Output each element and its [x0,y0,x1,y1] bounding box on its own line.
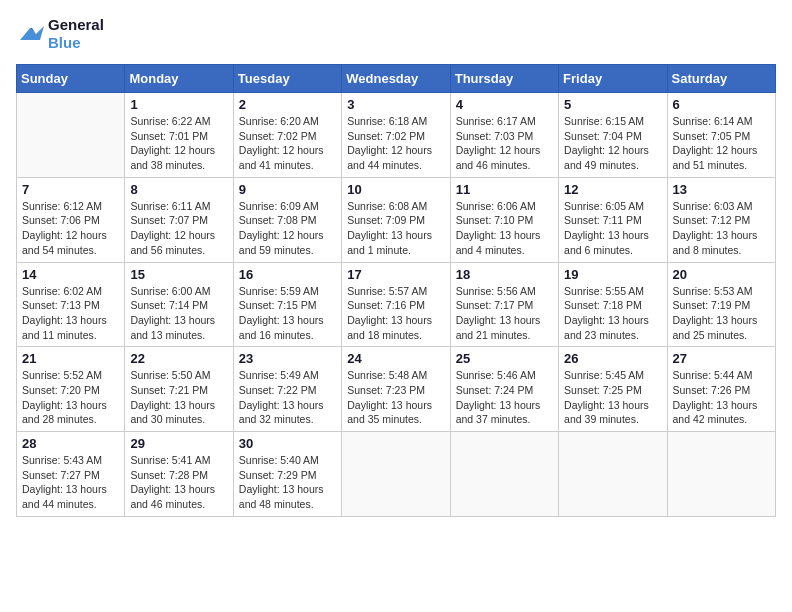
calendar-table: SundayMondayTuesdayWednesdayThursdayFrid… [16,64,776,517]
day-number: 23 [239,351,336,366]
weekday-header-monday: Monday [125,65,233,93]
calendar-cell: 13Sunrise: 6:03 AM Sunset: 7:12 PM Dayli… [667,177,775,262]
day-number: 27 [673,351,770,366]
weekday-header-thursday: Thursday [450,65,558,93]
day-info: Sunrise: 5:56 AM Sunset: 7:17 PM Dayligh… [456,284,553,343]
day-info: Sunrise: 6:00 AM Sunset: 7:14 PM Dayligh… [130,284,227,343]
day-info: Sunrise: 6:14 AM Sunset: 7:05 PM Dayligh… [673,114,770,173]
calendar-cell: 7Sunrise: 6:12 AM Sunset: 7:06 PM Daylig… [17,177,125,262]
day-number: 9 [239,182,336,197]
calendar-cell: 17Sunrise: 5:57 AM Sunset: 7:16 PM Dayli… [342,262,450,347]
day-info: Sunrise: 5:45 AM Sunset: 7:25 PM Dayligh… [564,368,661,427]
calendar-cell: 15Sunrise: 6:00 AM Sunset: 7:14 PM Dayli… [125,262,233,347]
calendar-week-5: 28Sunrise: 5:43 AM Sunset: 7:27 PM Dayli… [17,432,776,517]
calendar-cell: 27Sunrise: 5:44 AM Sunset: 7:26 PM Dayli… [667,347,775,432]
day-number: 18 [456,267,553,282]
day-number: 2 [239,97,336,112]
calendar-cell: 3Sunrise: 6:18 AM Sunset: 7:02 PM Daylig… [342,93,450,178]
day-number: 13 [673,182,770,197]
day-number: 4 [456,97,553,112]
calendar-cell: 11Sunrise: 6:06 AM Sunset: 7:10 PM Dayli… [450,177,558,262]
day-info: Sunrise: 6:12 AM Sunset: 7:06 PM Dayligh… [22,199,119,258]
day-number: 22 [130,351,227,366]
calendar-cell: 29Sunrise: 5:41 AM Sunset: 7:28 PM Dayli… [125,432,233,517]
day-info: Sunrise: 6:15 AM Sunset: 7:04 PM Dayligh… [564,114,661,173]
day-number: 20 [673,267,770,282]
calendar-cell: 24Sunrise: 5:48 AM Sunset: 7:23 PM Dayli… [342,347,450,432]
day-number: 15 [130,267,227,282]
calendar-cell: 5Sunrise: 6:15 AM Sunset: 7:04 PM Daylig… [559,93,667,178]
day-info: Sunrise: 6:03 AM Sunset: 7:12 PM Dayligh… [673,199,770,258]
page-header: General Blue [16,16,776,52]
logo-icon [16,22,44,46]
calendar-cell: 19Sunrise: 5:55 AM Sunset: 7:18 PM Dayli… [559,262,667,347]
day-info: Sunrise: 5:55 AM Sunset: 7:18 PM Dayligh… [564,284,661,343]
weekday-header-sunday: Sunday [17,65,125,93]
day-info: Sunrise: 5:59 AM Sunset: 7:15 PM Dayligh… [239,284,336,343]
calendar-cell: 25Sunrise: 5:46 AM Sunset: 7:24 PM Dayli… [450,347,558,432]
day-info: Sunrise: 6:05 AM Sunset: 7:11 PM Dayligh… [564,199,661,258]
day-info: Sunrise: 5:50 AM Sunset: 7:21 PM Dayligh… [130,368,227,427]
day-info: Sunrise: 5:44 AM Sunset: 7:26 PM Dayligh… [673,368,770,427]
day-number: 10 [347,182,444,197]
calendar-cell [559,432,667,517]
day-number: 24 [347,351,444,366]
calendar-cell [17,93,125,178]
calendar-cell [342,432,450,517]
calendar-cell: 12Sunrise: 6:05 AM Sunset: 7:11 PM Dayli… [559,177,667,262]
calendar-cell: 22Sunrise: 5:50 AM Sunset: 7:21 PM Dayli… [125,347,233,432]
day-info: Sunrise: 6:17 AM Sunset: 7:03 PM Dayligh… [456,114,553,173]
day-info: Sunrise: 6:22 AM Sunset: 7:01 PM Dayligh… [130,114,227,173]
weekday-header-tuesday: Tuesday [233,65,341,93]
calendar-header-row: SundayMondayTuesdayWednesdayThursdayFrid… [17,65,776,93]
calendar-cell: 14Sunrise: 6:02 AM Sunset: 7:13 PM Dayli… [17,262,125,347]
day-info: Sunrise: 6:02 AM Sunset: 7:13 PM Dayligh… [22,284,119,343]
day-number: 19 [564,267,661,282]
day-number: 17 [347,267,444,282]
calendar-week-1: 1Sunrise: 6:22 AM Sunset: 7:01 PM Daylig… [17,93,776,178]
day-number: 21 [22,351,119,366]
day-info: Sunrise: 5:46 AM Sunset: 7:24 PM Dayligh… [456,368,553,427]
calendar-cell: 9Sunrise: 6:09 AM Sunset: 7:08 PM Daylig… [233,177,341,262]
day-number: 12 [564,182,661,197]
calendar-week-3: 14Sunrise: 6:02 AM Sunset: 7:13 PM Dayli… [17,262,776,347]
day-number: 11 [456,182,553,197]
day-number: 25 [456,351,553,366]
weekday-header-wednesday: Wednesday [342,65,450,93]
calendar-cell: 6Sunrise: 6:14 AM Sunset: 7:05 PM Daylig… [667,93,775,178]
calendar-cell [667,432,775,517]
day-number: 26 [564,351,661,366]
weekday-header-saturday: Saturday [667,65,775,93]
day-number: 28 [22,436,119,451]
day-info: Sunrise: 6:06 AM Sunset: 7:10 PM Dayligh… [456,199,553,258]
day-number: 14 [22,267,119,282]
day-number: 16 [239,267,336,282]
day-number: 6 [673,97,770,112]
calendar-cell [450,432,558,517]
day-number: 5 [564,97,661,112]
calendar-cell: 8Sunrise: 6:11 AM Sunset: 7:07 PM Daylig… [125,177,233,262]
day-info: Sunrise: 6:09 AM Sunset: 7:08 PM Dayligh… [239,199,336,258]
day-info: Sunrise: 6:18 AM Sunset: 7:02 PM Dayligh… [347,114,444,173]
day-number: 7 [22,182,119,197]
day-info: Sunrise: 5:48 AM Sunset: 7:23 PM Dayligh… [347,368,444,427]
day-number: 30 [239,436,336,451]
day-info: Sunrise: 5:49 AM Sunset: 7:22 PM Dayligh… [239,368,336,427]
calendar-cell: 20Sunrise: 5:53 AM Sunset: 7:19 PM Dayli… [667,262,775,347]
calendar-cell: 16Sunrise: 5:59 AM Sunset: 7:15 PM Dayli… [233,262,341,347]
logo: General Blue [16,16,104,52]
day-info: Sunrise: 5:41 AM Sunset: 7:28 PM Dayligh… [130,453,227,512]
calendar-week-4: 21Sunrise: 5:52 AM Sunset: 7:20 PM Dayli… [17,347,776,432]
calendar-cell: 1Sunrise: 6:22 AM Sunset: 7:01 PM Daylig… [125,93,233,178]
day-info: Sunrise: 5:43 AM Sunset: 7:27 PM Dayligh… [22,453,119,512]
day-info: Sunrise: 5:57 AM Sunset: 7:16 PM Dayligh… [347,284,444,343]
day-info: Sunrise: 6:20 AM Sunset: 7:02 PM Dayligh… [239,114,336,173]
day-number: 8 [130,182,227,197]
calendar-cell: 18Sunrise: 5:56 AM Sunset: 7:17 PM Dayli… [450,262,558,347]
calendar-cell: 26Sunrise: 5:45 AM Sunset: 7:25 PM Dayli… [559,347,667,432]
day-number: 3 [347,97,444,112]
day-info: Sunrise: 5:52 AM Sunset: 7:20 PM Dayligh… [22,368,119,427]
day-info: Sunrise: 6:11 AM Sunset: 7:07 PM Dayligh… [130,199,227,258]
weekday-header-friday: Friday [559,65,667,93]
calendar-cell: 4Sunrise: 6:17 AM Sunset: 7:03 PM Daylig… [450,93,558,178]
